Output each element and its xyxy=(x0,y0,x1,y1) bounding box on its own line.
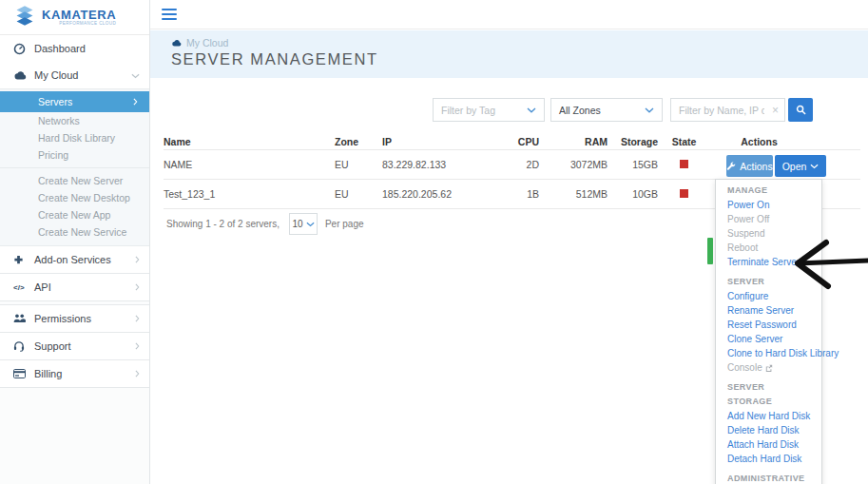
code-icon: </> xyxy=(13,283,34,292)
chevron-right-icon xyxy=(135,313,140,324)
per-page-select[interactable]: 10 xyxy=(289,213,318,235)
server-zone: EU xyxy=(335,159,382,170)
column-header-cpu: CPU xyxy=(487,136,539,147)
annotation-arrow-icon xyxy=(795,237,868,292)
actions-button[interactable]: Actions xyxy=(726,155,773,177)
menu-item-detach-hard-disk[interactable]: Detach Hard Disk xyxy=(716,452,821,466)
sidebar-item-label: Dashboard xyxy=(34,43,86,54)
sidebar-item-create-new-server[interactable]: Create New Server xyxy=(0,172,149,189)
column-header-ram: RAM xyxy=(539,136,608,147)
pagination: Showing 1 - 2 of 2 servers, 10 Per page xyxy=(166,213,364,235)
zones-selected-value: All Zones xyxy=(559,105,601,116)
brand-logo[interactable]: KAMATERA PERFORMANCE CLOUD xyxy=(0,0,149,35)
server-cpu: 2D xyxy=(487,159,539,170)
server-actions-menu: MANAGE Power On Power Off Suspend Reboot… xyxy=(715,179,822,484)
menu-item-power-on[interactable]: Power On xyxy=(716,198,821,212)
addon-icon xyxy=(13,255,34,265)
menu-item-attach-hard-disk[interactable]: Attach Hard Disk xyxy=(716,437,821,452)
menu-item-delete-hard-disk[interactable]: Delete Hard Disk xyxy=(716,423,821,437)
name-filter-input[interactable] xyxy=(679,105,764,116)
server-storage: 10GB xyxy=(608,188,658,200)
sidebar-item-add-on-services[interactable]: Add-on Services xyxy=(0,246,149,273)
filter-by-tag-select[interactable]: Filter by Tag xyxy=(433,98,545,122)
menu-item-clone-server[interactable]: Clone Server xyxy=(716,332,821,346)
menu-section-manage: MANAGE xyxy=(716,184,821,198)
zones-select[interactable]: All Zones xyxy=(550,98,663,122)
menu-item-label: Console xyxy=(727,360,762,375)
chevron-down-icon xyxy=(810,164,819,169)
sidebar-item-networks[interactable]: Networks xyxy=(0,112,149,129)
sidebar-item-label: API xyxy=(34,281,51,293)
chevron-right-icon xyxy=(133,91,138,112)
kamatera-cube-icon xyxy=(14,5,35,30)
sidebar-item-my-cloud[interactable]: My Cloud xyxy=(0,62,149,88)
column-header-actions: Actions xyxy=(710,136,860,147)
sidebar-item-create-new-desktop[interactable]: Create New Desktop xyxy=(0,189,149,206)
column-header-storage: Storage xyxy=(608,136,658,147)
sidebar-item-servers[interactable]: Servers xyxy=(0,91,149,112)
chevron-right-icon xyxy=(135,368,140,379)
page-title: SERVER MANAGEMENT xyxy=(171,50,868,68)
search-icon xyxy=(796,105,806,115)
menu-item-clone-to-hard-disk-library[interactable]: Clone to Hard Disk Library xyxy=(716,346,821,360)
my-cloud-submenu: Servers Networks Hard Disk Library Prici… xyxy=(0,88,149,246)
topbar xyxy=(150,0,868,29)
column-header-name: Name xyxy=(164,136,335,147)
sidebar-item-support[interactable]: Support xyxy=(0,333,149,359)
server-name: NAME xyxy=(164,159,335,170)
wrench-icon xyxy=(726,162,736,171)
sidebar-item-api[interactable]: </> API xyxy=(0,274,149,300)
chevron-down-icon xyxy=(306,222,315,227)
sidebar-item-hard-disk-library[interactable]: Hard Disk Library xyxy=(0,129,149,146)
sidebar-item-dashboard[interactable]: Dashboard xyxy=(0,35,149,62)
menu-item-rename-server[interactable]: Rename Server xyxy=(716,303,821,318)
server-ip: 185.220.205.62 xyxy=(382,188,487,200)
chevron-down-icon xyxy=(527,107,536,113)
users-icon xyxy=(13,314,34,323)
menu-section-server-storage: SERVER STORAGE xyxy=(716,380,821,409)
sidebar-item-label: Servers xyxy=(38,91,72,112)
cloud-icon xyxy=(171,37,182,48)
server-name: Test_123_1 xyxy=(164,188,335,200)
sidebar-item-create-new-app[interactable]: Create New App xyxy=(0,206,149,223)
chevron-right-icon xyxy=(135,254,140,265)
sidebar: KAMATERA PERFORMANCE CLOUD Dashboard My … xyxy=(0,0,150,484)
open-button[interactable]: Open xyxy=(775,155,826,177)
chevron-right-icon xyxy=(135,340,140,352)
sidebar-footer xyxy=(0,387,149,484)
hamburger-icon[interactable] xyxy=(162,6,177,22)
menu-item-reset-password[interactable]: Reset Password xyxy=(716,318,821,332)
column-header-ip: IP xyxy=(382,136,487,147)
name-filter-field: × xyxy=(670,98,785,122)
per-page-label: Per page xyxy=(325,219,364,229)
breadcrumb[interactable]: My Cloud xyxy=(171,37,868,48)
breadcrumb-label: My Cloud xyxy=(186,37,228,48)
external-link-icon xyxy=(765,364,773,372)
actions-button-label: Actions xyxy=(740,161,772,172)
sidebar-item-pricing[interactable]: Pricing xyxy=(0,146,149,164)
dashboard-icon xyxy=(13,43,34,55)
table-header-row: Name Zone IP CPU RAM Storage State Actio… xyxy=(164,133,860,150)
page-header: My Cloud SERVER MANAGEMENT xyxy=(150,30,868,78)
sidebar-item-label: Support xyxy=(34,340,71,352)
state-stopped-indicator xyxy=(680,189,688,198)
sidebar-item-billing[interactable]: Billing xyxy=(0,360,149,387)
search-button[interactable] xyxy=(788,98,813,122)
chevron-down-icon xyxy=(131,69,140,81)
menu-section-administrative: ADMINISTRATIVE xyxy=(716,472,821,484)
menu-item-power-off: Power Off xyxy=(716,212,821,226)
sidebar-item-label: Billing xyxy=(34,368,62,379)
sidebar-item-create-new-service[interactable]: Create New Service xyxy=(0,223,149,241)
menu-item-console: Console xyxy=(716,360,821,375)
menu-item-add-new-hard-disk[interactable]: Add New Hard Disk xyxy=(716,409,821,423)
credit-card-icon xyxy=(13,369,34,378)
state-stopped-indicator xyxy=(680,160,688,168)
sidebar-item-label: Permissions xyxy=(34,313,91,324)
cloud-icon xyxy=(13,70,34,80)
clear-icon[interactable]: × xyxy=(772,104,779,117)
sidebar-item-permissions[interactable]: Permissions xyxy=(0,305,149,332)
brand-name: KAMATERA xyxy=(42,10,116,21)
green-highlight-bar xyxy=(707,238,713,264)
per-page-value: 10 xyxy=(292,219,302,229)
pagination-summary: Showing 1 - 2 of 2 servers, xyxy=(166,219,280,229)
